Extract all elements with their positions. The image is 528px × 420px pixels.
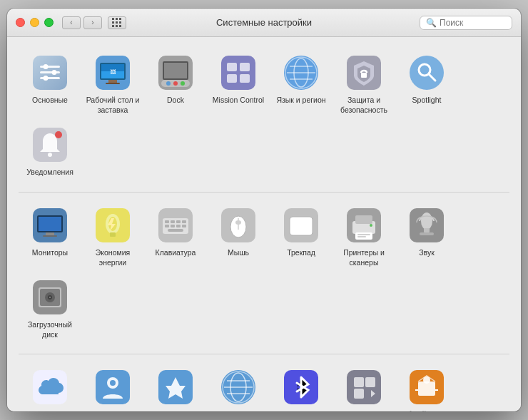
svg-rect-16 (164, 63, 187, 78)
pref-item-network[interactable]: Сеть (207, 363, 270, 411)
pref-item-printers[interactable]: Принтеры и сканеры (332, 201, 395, 273)
svg-rect-23 (240, 63, 250, 71)
appstore-label: App Store (159, 410, 193, 411)
pref-item-energy[interactable]: Экономия энергии (81, 201, 144, 273)
pref-item-accounts[interactable]: Учетные записи Интернета (81, 363, 144, 411)
extensions-label: Расширения (342, 410, 385, 411)
pref-item-notifications[interactable]: Уведомления (19, 121, 81, 183)
notifications-label: Уведомления (26, 168, 73, 178)
network-label: Сеть (230, 410, 246, 411)
accounts-label: Учетные записи Интернета (84, 410, 141, 411)
mission-icon (220, 54, 257, 91)
pref-item-sound[interactable]: Звук (395, 201, 458, 273)
svg-rect-58 (182, 225, 186, 227)
sharing-icon (408, 369, 445, 406)
pref-item-sharing[interactable]: Общий доступ (395, 363, 458, 411)
section-row3: iCloud Учетные записи Интернета App Stor… (19, 363, 509, 411)
mouse-icon (220, 207, 257, 244)
svg-rect-48 (110, 232, 116, 237)
svg-rect-95 (347, 370, 381, 404)
pref-item-extensions[interactable]: Расширения (332, 363, 395, 411)
svg-rect-11 (108, 80, 117, 83)
pref-item-displays[interactable]: Мониторы (19, 201, 81, 273)
close-button[interactable] (16, 18, 25, 27)
svg-rect-57 (176, 225, 181, 227)
svg-rect-51 (165, 220, 169, 223)
pref-item-keyboard[interactable]: Клавиатура (144, 201, 207, 273)
sound-icon (408, 207, 445, 244)
svg-point-82 (49, 297, 51, 298)
svg-point-39 (55, 131, 62, 138)
energy-label: Экономия энергии (84, 248, 141, 267)
pref-item-appstore[interactable]: App Store (144, 363, 207, 411)
security-icon (345, 54, 382, 91)
svg-rect-44 (43, 235, 57, 237)
svg-rect-1 (40, 66, 60, 68)
svg-rect-56 (171, 225, 175, 227)
spotlight-label: Spotlight (412, 96, 442, 106)
svg-rect-71 (357, 236, 366, 237)
displays-label: Мониторы (32, 248, 68, 258)
titlebar: ‹ › Системные настройки 🔍 (7, 9, 521, 37)
keyboard-label: Клавиатура (156, 248, 196, 258)
pref-item-language[interactable]: Язык и регион (270, 48, 332, 121)
pref-item-mouse[interactable]: Мышь (207, 201, 270, 273)
pref-item-security[interactable]: Защита и безопасность (332, 48, 395, 121)
grid-view-button[interactable] (108, 16, 126, 29)
maximize-button[interactable] (44, 18, 54, 27)
printers-icon (345, 207, 382, 244)
svg-rect-59 (168, 229, 183, 232)
preferences-content: Основные 🖼 Рабочий стол и заставка Dock … (7, 37, 521, 411)
accounts-icon (94, 369, 131, 406)
svg-rect-2 (40, 71, 60, 73)
pref-item-trackpad[interactable]: Трекпад (270, 201, 332, 273)
desktop-label: Рабочий стол и заставка (84, 96, 141, 115)
forward-button[interactable]: › (83, 16, 102, 29)
pref-item-dock[interactable]: Dock (144, 48, 207, 121)
svg-point-72 (370, 224, 372, 227)
pref-item-bluetooth[interactable]: Bluetooth (270, 363, 332, 411)
nav-buttons: ‹ › (62, 16, 126, 29)
svg-rect-98 (354, 389, 364, 399)
traffic-lights (16, 18, 54, 27)
svg-rect-97 (365, 377, 375, 387)
pref-item-general[interactable]: Основные (19, 48, 81, 121)
displays-icon (31, 207, 68, 244)
svg-rect-54 (182, 220, 186, 223)
svg-rect-96 (354, 377, 364, 387)
svg-point-18 (166, 81, 171, 86)
appstore-icon (157, 369, 194, 406)
svg-rect-76 (420, 232, 434, 235)
dock-icon (157, 54, 194, 91)
svg-rect-22 (227, 63, 237, 71)
trackpad-icon (283, 207, 320, 244)
search-box[interactable]: 🔍 (420, 16, 512, 30)
svg-rect-3 (40, 77, 60, 79)
pref-item-spotlight[interactable]: Spotlight (395, 48, 458, 121)
svg-text:🖼: 🖼 (110, 69, 116, 76)
svg-rect-55 (165, 225, 169, 227)
minimize-button[interactable] (30, 18, 39, 27)
search-icon: 🔍 (426, 18, 437, 28)
back-button[interactable]: ‹ (62, 16, 81, 29)
icloud-icon (31, 369, 68, 406)
svg-rect-68 (355, 215, 372, 224)
svg-rect-42 (39, 217, 61, 231)
svg-point-74 (421, 212, 432, 230)
spotlight-icon (408, 54, 445, 91)
svg-point-34 (410, 56, 444, 90)
extensions-icon (345, 369, 382, 406)
search-input[interactable] (440, 18, 506, 28)
pref-item-desktop[interactable]: 🖼 Рабочий стол и заставка (81, 48, 144, 121)
svg-point-63 (235, 220, 241, 225)
svg-rect-12 (106, 83, 120, 84)
pref-item-startup[interactable]: Загрузочный диск (19, 273, 81, 345)
network-icon (220, 369, 257, 406)
dock-label: Dock (167, 96, 184, 106)
svg-rect-53 (176, 220, 181, 223)
pref-item-icloud[interactable]: iCloud (19, 363, 81, 411)
pref-item-mission[interactable]: Mission Control (207, 48, 270, 121)
energy-icon (94, 207, 131, 244)
section-row2: Мониторы Экономия энергии Клавиатура Мыш… (19, 201, 509, 355)
svg-rect-33 (361, 73, 367, 78)
